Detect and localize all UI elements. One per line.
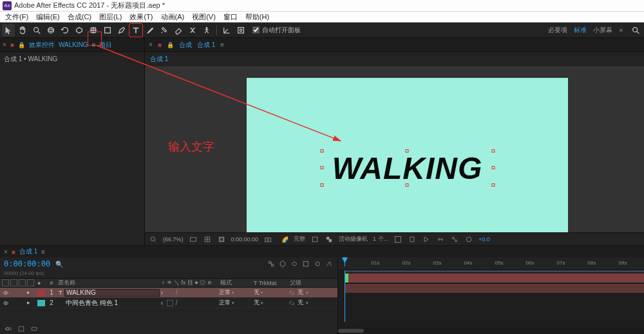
blend-mode-dropdown[interactable]: 正常▾ xyxy=(219,299,252,307)
layer-name[interactable]: 中间色青色 纯色 1 xyxy=(64,299,160,308)
viewer-time[interactable]: 0:00:00:00 xyxy=(231,236,259,243)
comp-flow-link[interactable]: 合成 1 xyxy=(145,52,644,66)
col-parent-header[interactable]: 父级 xyxy=(290,279,337,287)
comp-panel-menu-icon[interactable]: ≡ xyxy=(220,41,224,48)
menu-effect[interactable]: 效果(T) xyxy=(129,12,153,22)
motion-blur-icon[interactable] xyxy=(313,259,322,268)
track-area[interactable] xyxy=(338,270,644,322)
view-layout-icon[interactable] xyxy=(393,235,402,244)
timeline-search-icon[interactable]: 🔍 xyxy=(55,261,63,268)
timeline-close-icon[interactable]: × xyxy=(4,248,8,255)
zoom-tool[interactable] xyxy=(30,24,43,37)
col-name-header[interactable]: 原名称 xyxy=(57,279,161,287)
layer-color-label[interactable] xyxy=(37,300,45,306)
workspace-standard[interactable]: 标准 xyxy=(574,26,587,35)
menu-anim[interactable]: 动画(A) xyxy=(161,12,185,22)
trkmat-dropdown[interactable]: 无▾ xyxy=(252,299,289,307)
trkmat-dropdown[interactable]: 无▾ xyxy=(252,288,289,297)
comp-panel-close-icon[interactable]: × xyxy=(149,41,153,48)
panel-close-icon[interactable]: × xyxy=(3,41,6,48)
magnify-icon[interactable] xyxy=(149,235,158,244)
fast-preview-icon[interactable] xyxy=(422,235,431,244)
resize-handle-ml[interactable] xyxy=(320,166,323,169)
twirl-icon[interactable]: ▸ xyxy=(27,289,30,296)
workspace-essentials[interactable]: 必要项 xyxy=(548,26,567,35)
resolution-icon[interactable] xyxy=(189,235,198,244)
auto-open-panel-input[interactable] xyxy=(252,26,260,33)
parent-dropdown[interactable]: 无▾ xyxy=(289,299,337,307)
rotate-tool[interactable] xyxy=(59,24,71,37)
resize-handle-tm[interactable] xyxy=(406,149,409,153)
menu-comp[interactable]: 合成(C) xyxy=(68,12,91,22)
mask-icon[interactable] xyxy=(217,235,226,244)
region-icon[interactable] xyxy=(310,235,319,244)
timeline-h-scrollbar[interactable] xyxy=(338,328,644,334)
visibility-icon[interactable] xyxy=(2,299,9,306)
resize-handle-mr[interactable] xyxy=(491,166,495,169)
pen-tool[interactable] xyxy=(115,24,128,37)
cti-line[interactable] xyxy=(345,270,345,322)
col-mode-header[interactable]: 模式 xyxy=(220,279,254,287)
resize-handle-tr[interactable] xyxy=(491,149,495,153)
resize-handle-br[interactable] xyxy=(491,183,495,187)
eraser-tool[interactable] xyxy=(172,24,185,37)
project-tab[interactable]: 项目 xyxy=(99,41,112,50)
lock-icon[interactable]: 🔒 xyxy=(18,42,25,48)
pickwhip-icon[interactable] xyxy=(289,290,295,296)
camera-dropdown[interactable]: 活动摄像机 xyxy=(339,235,368,243)
composition-canvas[interactable]: WALKING xyxy=(247,78,568,232)
pickwhip-icon[interactable] xyxy=(289,300,295,306)
reset-exposure-icon[interactable] xyxy=(464,235,473,244)
resolution-dropdown[interactable]: 完整 xyxy=(294,235,305,243)
timeline-icon[interactable] xyxy=(436,235,445,244)
snapping-toggle[interactable] xyxy=(234,24,247,37)
toggle-modes-icon[interactable] xyxy=(17,324,26,333)
menu-window[interactable]: 窗口 xyxy=(223,12,238,22)
menu-edit[interactable]: 编辑(E) xyxy=(36,12,60,22)
resize-handle-bl[interactable] xyxy=(320,183,323,187)
current-timecode[interactable]: 0:00:00:00 xyxy=(4,259,50,268)
col-trkmat-header[interactable]: T TrkMat xyxy=(254,280,290,286)
row-av-toggles[interactable]: ▸ xyxy=(0,289,37,296)
blend-mode-dropdown[interactable]: 正常▾ xyxy=(219,288,252,297)
flowchart-icon[interactable] xyxy=(450,235,459,244)
search-help-icon[interactable] xyxy=(629,24,642,37)
layer-bar-2[interactable] xyxy=(345,284,644,293)
work-area-bar[interactable] xyxy=(345,270,644,272)
resize-handle-bm[interactable] xyxy=(406,183,409,187)
brush-tool[interactable] xyxy=(144,24,156,37)
views-dropdown[interactable]: 1 个... xyxy=(373,235,388,243)
layer-row[interactable]: ▸2中间色青色 纯色 1♀/正常▾无▾无▾ xyxy=(0,298,337,308)
layer-name[interactable]: WALKING xyxy=(64,289,160,297)
comp-lock-icon[interactable]: 🔒 xyxy=(167,42,174,48)
layer-row[interactable]: ▸1TWALKING♀/正常▾无▾无▾ xyxy=(0,288,337,298)
twirl-icon[interactable]: ▸ xyxy=(27,299,30,306)
menu-help[interactable]: 帮助(H) xyxy=(245,12,269,22)
type-tool[interactable] xyxy=(129,24,142,37)
shape-tool[interactable] xyxy=(101,24,114,37)
frame-blend-icon[interactable] xyxy=(301,259,310,268)
clone-tool[interactable] xyxy=(158,24,171,37)
puppet-tool[interactable] xyxy=(200,24,213,37)
layer-bar-1[interactable] xyxy=(345,274,644,283)
workspace-more[interactable]: » xyxy=(619,26,623,33)
auto-open-panel-checkbox[interactable]: 自动打开面板 xyxy=(252,26,301,35)
parent-dropdown[interactable]: 无▾ xyxy=(289,288,337,297)
zoom-level[interactable]: (66.7%) xyxy=(163,236,184,243)
cti-head[interactable] xyxy=(345,257,345,266)
toggle-switches-icon[interactable] xyxy=(4,324,13,333)
menu-view[interactable]: 视图(V) xyxy=(192,12,216,22)
row-av-toggles[interactable]: ▸ xyxy=(0,299,37,306)
draft3d-icon[interactable] xyxy=(278,259,287,268)
timeline-h-scroll-thumb[interactable] xyxy=(338,329,364,333)
layer-color-label[interactable] xyxy=(37,290,45,296)
pixel-aspect-icon[interactable] xyxy=(408,235,417,244)
timeline-tab[interactable]: 合成 1 xyxy=(19,247,37,256)
grid-icon[interactable] xyxy=(203,235,212,244)
time-ruler[interactable]: 01s02s03s04s05s06s07s08s09s xyxy=(338,257,644,270)
snapshot-icon[interactable] xyxy=(263,235,272,244)
comp-tab-name[interactable]: 合成 1 xyxy=(197,41,215,50)
roto-tool[interactable] xyxy=(186,24,199,37)
exposure-value[interactable]: +0.0 xyxy=(478,236,490,243)
effect-controls-tab[interactable]: 效果控件 xyxy=(29,41,55,50)
